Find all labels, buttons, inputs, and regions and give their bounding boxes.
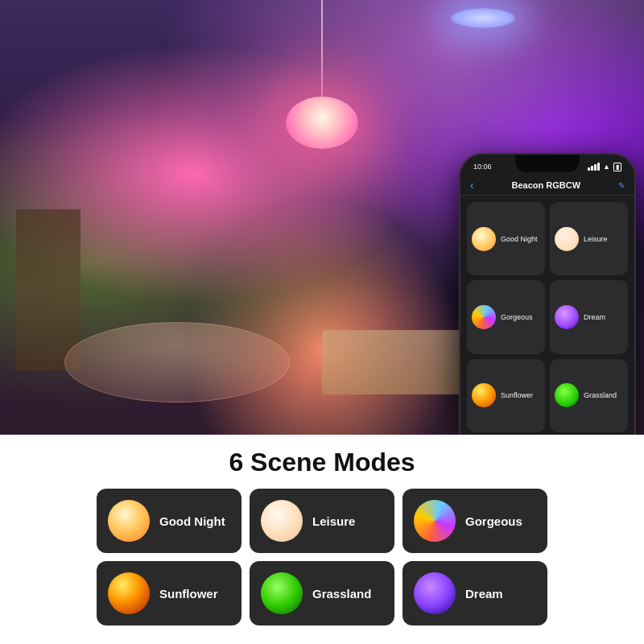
phone-scene-name: Grassland — [584, 391, 617, 399]
phone-scene-grid: Good Night Leisure Gorgeous Dream Sunflo… — [460, 196, 634, 435]
scene-orb — [261, 572, 303, 614]
phone-scene-orb — [472, 227, 496, 251]
scene-name: Good Night — [159, 514, 225, 528]
phone-body: 10:06 ▲ ▮ ‹ Beacon RG — [459, 153, 636, 435]
phone-scene-item[interactable]: Dream — [550, 280, 628, 353]
scene-orb — [414, 500, 456, 542]
ceiling-light — [451, 8, 515, 28]
scene-card[interactable]: Dream — [402, 561, 547, 625]
scene-orb — [108, 572, 150, 614]
phone-mockup: 10:06 ▲ ▮ ‹ Beacon RG — [459, 153, 636, 435]
scene-orb — [414, 572, 456, 614]
phone-back-button[interactable]: ‹ — [470, 179, 474, 192]
scene-name: Gorgeous — [465, 514, 522, 528]
wifi-icon: ▲ — [603, 163, 610, 171]
scene-name: Dream — [465, 587, 503, 601]
phone-scene-name: Good Night — [501, 235, 538, 243]
battery-icon: ▮ — [613, 163, 621, 171]
phone-scene-name: Dream — [584, 313, 605, 321]
bottom-section: 6 Scene Modes Good Night Leisure Gorgeou… — [0, 435, 644, 644]
phone-scene-item[interactable]: Leisure — [550, 202, 628, 275]
scenes-grid: Good Night Leisure Gorgeous Sunflower Gr… — [97, 489, 547, 625]
pendant-lamp — [286, 0, 358, 149]
phone-scene-orb — [472, 383, 496, 407]
scene-orb — [261, 500, 303, 542]
scene-card[interactable]: Gorgeous — [402, 489, 547, 553]
room-photo: 10:06 ▲ ▮ ‹ Beacon RG — [0, 0, 644, 435]
phone-notch — [515, 155, 580, 172]
section-title: 6 Scene Modes — [229, 448, 415, 477]
scene-card[interactable]: Sunflower — [97, 561, 242, 625]
phone-header: ‹ Beacon RGBCW ✎ — [460, 175, 634, 196]
phone-scene-item[interactable]: Sunflower — [467, 359, 545, 432]
phone-scene-name: Gorgeous — [501, 313, 533, 321]
scene-name: Grassland — [312, 587, 371, 601]
phone-scene-orb — [555, 227, 579, 251]
phone-scene-item[interactable]: Grassland — [550, 359, 628, 432]
phone-time: 10:06 — [473, 163, 492, 171]
scene-card[interactable]: Leisure — [250, 489, 394, 553]
pendant-bulb — [286, 97, 358, 149]
phone-scene-orb — [555, 305, 579, 329]
bookshelf — [16, 209, 80, 370]
phone-scene-item[interactable]: Good Night — [467, 202, 545, 275]
phone-scene-name: Sunflower — [501, 391, 533, 399]
phone-edit-button[interactable]: ✎ — [618, 181, 625, 190]
pendant-wire — [321, 0, 323, 97]
phone-scene-name: Leisure — [584, 235, 608, 243]
phone-screen: 10:06 ▲ ▮ ‹ Beacon RG — [460, 155, 634, 435]
scene-card[interactable]: Good Night — [97, 489, 242, 553]
scene-orb — [108, 500, 150, 542]
dining-table — [64, 322, 290, 402]
phone-scene-orb — [555, 383, 579, 407]
scene-name: Sunflower — [159, 587, 218, 601]
phone-title: Beacon RGBCW — [512, 180, 581, 190]
scene-card[interactable]: Grassland — [250, 561, 394, 625]
phone-scene-item[interactable]: Gorgeous — [467, 280, 545, 353]
signal-icon — [588, 163, 600, 171]
phone-scene-orb — [472, 305, 496, 329]
scene-name: Leisure — [312, 514, 355, 528]
